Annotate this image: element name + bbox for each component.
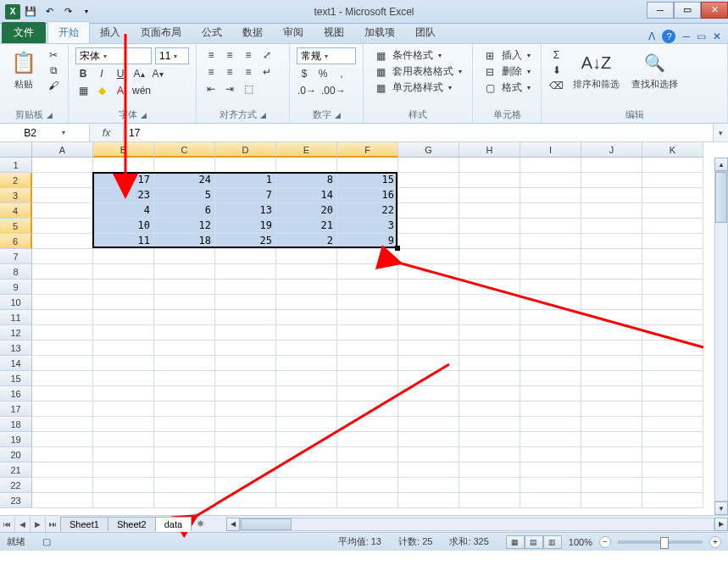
home-tab[interactable]: 开始 <box>47 21 90 43</box>
cell-K16[interactable] <box>642 386 703 402</box>
cell-H10[interactable] <box>459 295 520 310</box>
cell-K2[interactable] <box>642 173 703 188</box>
undo-icon[interactable]: ↶ <box>41 3 58 20</box>
cell-J3[interactable] <box>581 188 642 203</box>
orientation-icon[interactable]: ⤢ <box>259 47 275 63</box>
cell-E15[interactable] <box>276 371 337 386</box>
cell-G18[interactable] <box>398 417 459 432</box>
column-header-A[interactable]: A <box>32 142 93 158</box>
cell-K13[interactable] <box>642 341 703 356</box>
page-layout-tab[interactable]: 页面布局 <box>131 22 192 43</box>
row-header-11[interactable]: 11 <box>0 310 32 325</box>
cell-K1[interactable] <box>642 158 703 173</box>
cell-I16[interactable] <box>520 386 581 402</box>
addins-tab[interactable]: 加载项 <box>354 22 405 43</box>
row-header-12[interactable]: 12 <box>0 325 32 341</box>
column-header-F[interactable]: F <box>337 142 398 158</box>
align-bottom-icon[interactable]: ≡ <box>241 47 256 63</box>
cell-J19[interactable] <box>581 432 642 447</box>
cell-K23[interactable] <box>642 493 703 508</box>
cell-C21[interactable] <box>154 463 215 478</box>
sheet-nav-prev-icon[interactable]: ◀ <box>15 517 31 532</box>
cell-E4[interactable]: 20 <box>276 203 337 219</box>
cell-E12[interactable] <box>276 325 337 341</box>
cell-C4[interactable]: 6 <box>154 203 215 219</box>
cell-G7[interactable] <box>398 249 459 264</box>
file-tab[interactable]: 文件 <box>2 22 46 43</box>
cell-K3[interactable] <box>642 188 703 203</box>
font-launcher-icon[interactable]: ◢ <box>141 111 147 119</box>
phonetic-icon[interactable]: wén <box>131 83 152 98</box>
column-header-J[interactable]: J <box>581 142 642 158</box>
cell-J4[interactable] <box>581 203 642 219</box>
sheet-nav-next-icon[interactable]: ▶ <box>31 517 46 532</box>
row-header-2[interactable]: 2 <box>0 173 32 188</box>
cell-C13[interactable] <box>154 341 215 356</box>
cell-J7[interactable] <box>581 249 642 264</box>
cell-A15[interactable] <box>32 371 93 386</box>
cell-C23[interactable] <box>154 493 215 508</box>
cell-B17[interactable] <box>93 402 154 417</box>
autosum-icon[interactable]: Σ <box>548 47 564 63</box>
cell-C18[interactable] <box>154 417 215 432</box>
bold-button[interactable]: B <box>75 66 91 81</box>
cell-F20[interactable] <box>337 447 398 463</box>
cell-H12[interactable] <box>459 325 520 341</box>
cell-G14[interactable] <box>398 356 459 371</box>
row-header-10[interactable]: 10 <box>0 295 32 310</box>
cell-D10[interactable] <box>215 295 276 310</box>
cell-G6[interactable] <box>398 234 459 249</box>
cell-styles-button[interactable]: ▦单元格样式▾ <box>370 80 465 96</box>
cell-I22[interactable] <box>520 478 581 493</box>
insert-cells-button[interactable]: ⊞插入▾ <box>480 47 534 64</box>
doc-close-icon[interactable]: ✕ <box>713 30 721 42</box>
cell-G4[interactable] <box>398 203 459 219</box>
comma-icon[interactable]: , <box>334 66 349 81</box>
cell-H23[interactable] <box>459 493 520 508</box>
cell-J10[interactable] <box>581 295 642 310</box>
data-tab[interactable]: 数据 <box>232 22 273 43</box>
row-header-18[interactable]: 18 <box>0 417 32 432</box>
cell-G13[interactable] <box>398 341 459 356</box>
doc-minimize-icon[interactable]: ─ <box>682 30 690 42</box>
insert-tab[interactable]: 插入 <box>90 22 131 43</box>
cell-D22[interactable] <box>215 478 276 493</box>
cell-H17[interactable] <box>459 402 520 417</box>
format-painter-icon[interactable]: 🖌 <box>46 78 61 93</box>
cell-H6[interactable] <box>459 234 520 249</box>
new-sheet-icon[interactable]: ✸ <box>192 517 209 531</box>
cell-K6[interactable] <box>642 234 703 249</box>
cell-A13[interactable] <box>32 341 93 356</box>
cell-K8[interactable] <box>642 264 703 280</box>
cell-I2[interactable] <box>520 173 581 188</box>
sheet-nav-first-icon[interactable]: ⏮ <box>0 517 15 532</box>
cell-J1[interactable] <box>581 158 642 173</box>
row-header-9[interactable]: 9 <box>0 280 32 295</box>
cell-D1[interactable] <box>215 158 276 173</box>
formulas-tab[interactable]: 公式 <box>192 22 232 43</box>
cell-C9[interactable] <box>154 280 215 295</box>
alignment-launcher-icon[interactable]: ◢ <box>260 111 266 119</box>
cell-D12[interactable] <box>215 325 276 341</box>
cell-H22[interactable] <box>459 478 520 493</box>
row-header-6[interactable]: 6 <box>0 234 32 249</box>
cell-H8[interactable] <box>459 264 520 280</box>
fill-icon[interactable]: ⬇ <box>548 63 564 78</box>
cell-E20[interactable] <box>276 447 337 463</box>
zoom-level[interactable]: 100% <box>569 537 592 547</box>
cell-I23[interactable] <box>520 493 581 508</box>
row-header-20[interactable]: 20 <box>0 447 32 463</box>
cell-J8[interactable] <box>581 264 642 280</box>
cell-D17[interactable] <box>215 402 276 417</box>
increase-indent-icon[interactable]: ⇥ <box>222 81 237 97</box>
cell-B23[interactable] <box>93 493 154 508</box>
cell-H5[interactable] <box>459 219 520 234</box>
column-header-H[interactable]: H <box>459 142 520 158</box>
merge-icon[interactable]: ⬚ <box>241 81 256 97</box>
cell-B10[interactable] <box>93 295 154 310</box>
cell-K10[interactable] <box>642 295 703 310</box>
cell-B16[interactable] <box>93 386 154 402</box>
cell-E6[interactable]: 2 <box>276 234 337 249</box>
cell-H21[interactable] <box>459 463 520 478</box>
cell-H15[interactable] <box>459 371 520 386</box>
